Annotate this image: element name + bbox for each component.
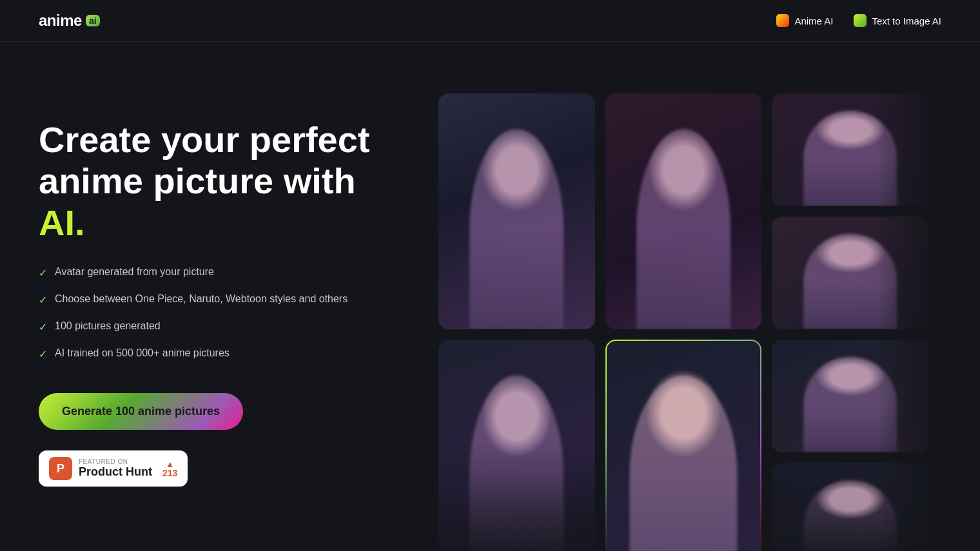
check-icon-2: ✓ xyxy=(39,293,47,308)
logo-ai-badge: ai xyxy=(86,15,100,26)
feature-item-3: ✓ 100 pictures generated xyxy=(39,318,400,335)
grid-image-9 xyxy=(772,217,928,329)
text-to-image-icon xyxy=(854,14,867,27)
feature-text-4: AI trained on 500 000+ anime pictures xyxy=(55,345,230,361)
check-icon-3: ✓ xyxy=(39,320,47,335)
ph-text-block: FEATURED ON Product Hunt xyxy=(79,458,152,479)
grid-image-5-wrapper xyxy=(605,340,762,551)
hero-features: ✓ Avatar generated from your picture ✓ C… xyxy=(39,264,400,362)
logo[interactable]: anime ai xyxy=(39,12,100,30)
feature-item-4: ✓ AI trained on 500 000+ anime pictures xyxy=(39,345,400,362)
grid-image-8 xyxy=(772,340,928,452)
hero-left: Create your perfect anime picture with A… xyxy=(39,81,400,487)
navbar: anime ai Anime AI Text to Image AI xyxy=(0,0,980,42)
check-icon-1: ✓ xyxy=(39,266,47,281)
feature-text-1: Avatar generated from your picture xyxy=(55,264,214,280)
nav-link-text-to-image[interactable]: Text to Image AI xyxy=(854,14,941,27)
feature-item-2: ✓ Choose between One Piece, Naruto, Webt… xyxy=(39,291,400,308)
nav-links: Anime AI Text to Image AI xyxy=(776,14,941,27)
hero-title-line1: Create your perfect xyxy=(39,119,370,160)
ph-vote-count: 213 xyxy=(162,469,177,478)
hero-title-highlight: AI. xyxy=(39,202,85,243)
ph-arrow-icon: ▲ xyxy=(166,459,175,469)
image-grid xyxy=(426,81,941,551)
anime-ai-icon xyxy=(776,14,789,27)
grid-image-4 xyxy=(605,93,762,329)
hero-section: Create your perfect anime picture with A… xyxy=(0,42,980,551)
logo-text: anime xyxy=(39,12,82,30)
feature-text-3: 100 pictures generated xyxy=(55,318,161,334)
ph-featured-on: FEATURED ON xyxy=(79,458,152,465)
grid-image-1 xyxy=(438,93,595,329)
nav-link-anime-ai-label: Anime AI xyxy=(794,15,833,26)
feature-text-2: Choose between One Piece, Naruto, Webtoo… xyxy=(55,291,348,307)
hero-right xyxy=(426,81,941,551)
hero-title: Create your perfect anime picture with A… xyxy=(39,119,400,244)
hero-title-line2: anime picture with xyxy=(39,160,356,201)
feature-item-1: ✓ Avatar generated from your picture xyxy=(39,264,400,281)
ph-name: Product Hunt xyxy=(79,465,152,479)
ph-votes: ▲ 213 xyxy=(162,459,177,478)
product-hunt-badge[interactable]: P FEATURED ON Product Hunt ▲ 213 xyxy=(39,450,188,487)
grid-image-2 xyxy=(438,340,595,551)
grid-image-7 xyxy=(772,93,928,206)
nav-link-text-to-image-label: Text to Image AI xyxy=(872,15,941,26)
product-hunt-logo: P xyxy=(49,457,72,480)
check-icon-4: ✓ xyxy=(39,347,47,362)
grid-image-10 xyxy=(772,463,928,551)
nav-link-anime-ai[interactable]: Anime AI xyxy=(776,14,833,27)
generate-button[interactable]: Generate 100 anime pictures xyxy=(39,393,243,430)
